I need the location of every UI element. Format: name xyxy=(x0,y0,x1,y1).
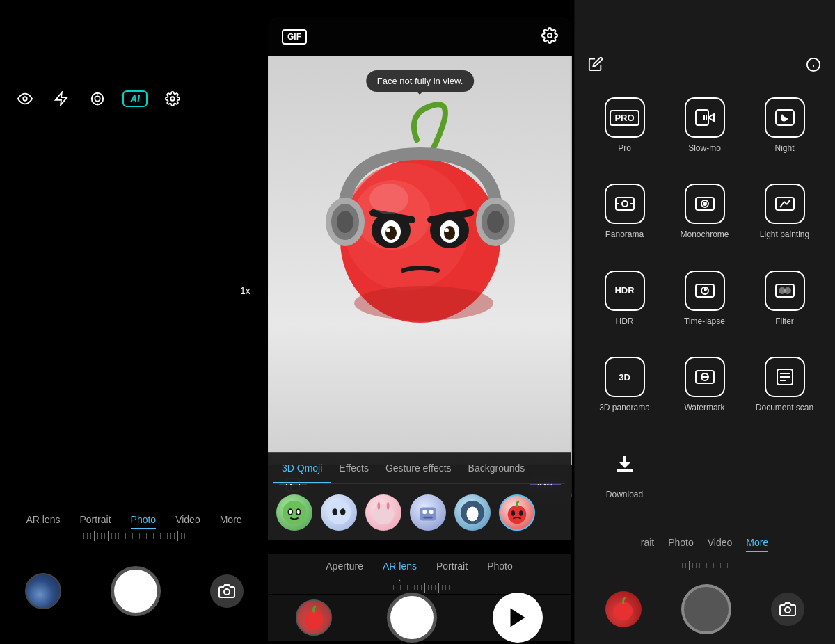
nav-portrait-center[interactable]: Portrait xyxy=(436,561,468,574)
emoji-penguin[interactable] xyxy=(454,494,491,531)
nav-rait[interactable]: rait xyxy=(641,537,654,552)
tick xyxy=(132,533,133,539)
mode-night[interactable]: Night xyxy=(748,97,821,170)
video-button-center[interactable] xyxy=(493,593,543,643)
nav-arlens-left[interactable]: AR lens xyxy=(26,514,60,529)
edit-icon[interactable] xyxy=(588,56,603,75)
eye-icon[interactable] xyxy=(14,88,36,110)
svg-point-83 xyxy=(779,288,785,293)
tick xyxy=(97,533,98,539)
emoji-robot[interactable] xyxy=(410,494,446,531)
front-camera-left[interactable] xyxy=(210,574,244,608)
svg-point-25 xyxy=(337,211,353,233)
nav-aperture[interactable]: Aperture xyxy=(326,561,363,574)
mode-filter[interactable]: Filter xyxy=(748,271,821,343)
emoji-cherry-selected[interactable] xyxy=(499,494,535,531)
nav-photo-left[interactable]: Photo xyxy=(131,514,157,529)
mode-watermark[interactable]: Watermark xyxy=(668,357,741,429)
nav-portrait-left[interactable]: Portrait xyxy=(79,514,111,529)
svg-point-37 xyxy=(333,508,338,515)
nav-video-right[interactable]: Video xyxy=(708,537,733,552)
mode-slowmo[interactable]: Slow-mo xyxy=(668,97,741,170)
svg-point-93 xyxy=(614,602,633,621)
ruler-center xyxy=(268,581,571,594)
svg-marker-58 xyxy=(511,609,525,627)
zoom-level[interactable]: 1x xyxy=(240,285,250,296)
right-bottom-nav: rait Photo Video More xyxy=(574,530,835,559)
gallery-thumbnail-right[interactable] xyxy=(605,591,642,627)
mode-panorama-label: Panorama xyxy=(605,230,644,239)
capture-button-center[interactable] xyxy=(387,593,437,643)
tick xyxy=(167,533,168,539)
panel-divider-left xyxy=(263,0,269,644)
nav-arlens-center[interactable]: AR lens xyxy=(383,561,417,574)
svg-point-34 xyxy=(289,510,292,514)
cherry-qmoji xyxy=(309,98,532,335)
motion-icon[interactable] xyxy=(86,88,109,110)
svg-point-2 xyxy=(92,93,104,105)
mode-3dpanorama[interactable]: 3D 3D panorama xyxy=(588,357,661,429)
nav-more-right[interactable]: More xyxy=(746,537,768,552)
tick xyxy=(115,533,116,539)
tick xyxy=(153,533,154,539)
svg-point-8 xyxy=(170,97,175,101)
nav-photo-center[interactable]: Photo xyxy=(487,561,513,574)
svg-point-31 xyxy=(283,501,306,524)
tab-3dqmoji[interactable]: 3D Qmoji xyxy=(273,453,331,483)
info-icon[interactable] xyxy=(806,57,821,75)
lightpainting-icon-box xyxy=(765,184,805,224)
mode-download[interactable]: Download xyxy=(588,444,661,516)
nav-more-left[interactable]: More xyxy=(220,514,242,529)
settings-icon-left[interactable] xyxy=(161,88,184,110)
emoji-dragon[interactable] xyxy=(276,494,312,531)
mode-pro-label: Pro xyxy=(618,143,631,153)
svg-rect-46 xyxy=(429,510,434,514)
mode-pro[interactable]: PRO Pro xyxy=(588,97,661,170)
tick xyxy=(146,533,147,539)
tick xyxy=(157,533,157,539)
mode-lightpainting[interactable]: Light painting xyxy=(748,184,821,256)
svg-point-3 xyxy=(95,96,100,101)
emoji-bunny[interactable] xyxy=(365,494,401,531)
tab-backgrounds[interactable]: Backgrounds xyxy=(460,453,534,483)
mode-hdr-label: HDR xyxy=(616,316,634,326)
right-bottom-controls xyxy=(574,574,835,644)
mode-timelapse[interactable]: Time-lapse xyxy=(668,271,741,343)
mode-panorama[interactable]: Panorama xyxy=(588,184,661,256)
tick xyxy=(87,533,88,539)
svg-line-75 xyxy=(780,202,784,207)
tab-gesture-effects[interactable]: Gesture effects xyxy=(377,453,460,483)
timelapse-icon-box xyxy=(685,271,725,311)
tick xyxy=(184,533,185,539)
mode-documentscan[interactable]: Document scan xyxy=(748,357,821,429)
svg-point-84 xyxy=(785,288,790,293)
nav-video-left[interactable]: Video xyxy=(175,514,200,529)
ai-icon[interactable]: AI xyxy=(122,90,148,107)
svg-point-39 xyxy=(373,504,394,524)
ruler-left xyxy=(0,529,268,543)
svg-point-73 xyxy=(703,202,706,205)
capture-button-right[interactable] xyxy=(681,584,731,634)
svg-point-28 xyxy=(487,211,504,233)
mode-monochrome[interactable]: Monochrome xyxy=(668,184,741,256)
svg-point-42 xyxy=(377,502,380,510)
3dpanorama-icon-box: 3D xyxy=(605,357,645,397)
flash-icon[interactable] xyxy=(50,88,72,110)
watermark-icon-box xyxy=(685,357,725,397)
svg-point-54 xyxy=(508,506,527,524)
front-camera-right[interactable] xyxy=(771,593,804,626)
tab-effects[interactable]: Effects xyxy=(331,453,377,483)
settings-icon-ar[interactable] xyxy=(541,27,558,47)
nav-photo-right[interactable]: Photo xyxy=(668,537,694,552)
tick xyxy=(111,533,112,539)
capture-button-left[interactable] xyxy=(111,566,161,616)
gallery-thumbnail-left[interactable] xyxy=(25,573,61,609)
tabs-row: 3D Qmoji Effects Gesture effects Backgro… xyxy=(273,453,565,484)
svg-point-10 xyxy=(548,33,552,38)
face-tooltip: Face not fully in view. xyxy=(366,70,475,92)
svg-point-35 xyxy=(297,510,300,514)
mode-hdr[interactable]: HDR HDR xyxy=(588,271,661,343)
emoji-ghost[interactable] xyxy=(321,494,357,531)
hdr-icon-box: HDR xyxy=(605,271,645,311)
gallery-thumbnail-center[interactable] xyxy=(296,599,332,636)
